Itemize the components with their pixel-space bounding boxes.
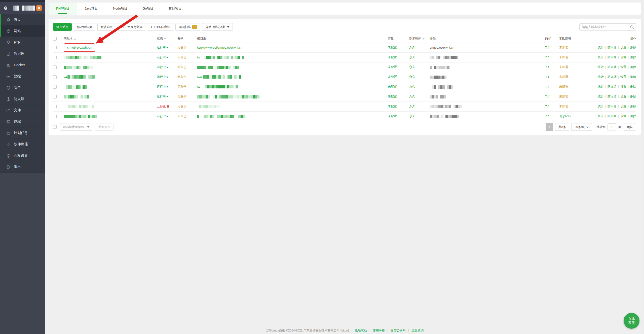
column-header-10[interactable]: 操作 [589, 35, 636, 43]
php-version[interactable]: 7.4 [545, 65, 549, 69]
ssl-status[interactable]: 剩余69天 [559, 114, 572, 118]
php-version[interactable]: 7.4 [545, 75, 549, 79]
expire-value[interactable]: 永久 [409, 114, 415, 118]
firewall-link[interactable]: 防火墙 [608, 65, 617, 69]
settings-link[interactable]: 设置 [620, 95, 626, 98]
row-checkbox[interactable] [53, 95, 57, 98]
column-header-3[interactable]: 备份 [177, 35, 197, 43]
ssl-status[interactable]: 未部署 [559, 75, 568, 79]
modify-default-page-button[interactable]: 修改默认页 [74, 23, 95, 31]
ssl-status[interactable]: 未部署 [559, 65, 568, 69]
sidebar-item-ftp[interactable]: FTP [0, 37, 45, 48]
backup-status[interactable]: 无备份 [177, 55, 186, 59]
quota-value[interactable]: 未配置 [388, 105, 397, 108]
column-header-6[interactable]: 到期时间 [409, 35, 430, 43]
expire-value[interactable]: 永久 [409, 105, 415, 108]
message-count-badge[interactable]: 0 [36, 5, 42, 11]
default-site-button[interactable]: 默认站点 [97, 23, 116, 31]
expire-value[interactable]: 永久 [409, 75, 415, 79]
column-header-2[interactable]: 状态 [157, 35, 177, 43]
sidebar-item-security[interactable]: 安全 [0, 82, 45, 93]
sidebar-item-database[interactable]: 数据库 [0, 48, 45, 59]
sort-desc-icon[interactable] [164, 38, 166, 40]
row-checkbox[interactable] [53, 115, 57, 118]
header-checkbox[interactable] [53, 37, 57, 41]
ssl-status[interactable]: 未部署 [559, 85, 568, 88]
stats-link[interactable]: 统计 [598, 55, 604, 59]
quota-value[interactable]: 未配置 [388, 55, 397, 59]
quota-value[interactable]: 未配置 [388, 85, 397, 88]
quota-value[interactable]: 未配置 [388, 114, 397, 118]
add-site-button[interactable]: 添加站点 [53, 23, 72, 31]
expire-value[interactable]: 永久 [409, 95, 415, 98]
footer-link-4[interactable]: 正版查询 [411, 329, 424, 332]
firewall-link[interactable]: 防火墙 [608, 46, 617, 49]
backup-status[interactable]: 无备份 [177, 105, 186, 108]
sidebar-item-files[interactable]: 文件 [0, 105, 45, 116]
batch-action-select[interactable]: 请选择批量操作 [60, 123, 92, 131]
tab-php-projects[interactable]: PHP项目 [49, 3, 77, 15]
ssl-status[interactable]: 未部署 [559, 105, 568, 108]
footer-link-3[interactable]: 微信公众号 [391, 329, 406, 332]
category-filter-button[interactable]: 分类: 默认分类 [202, 23, 233, 31]
tab-node-projects[interactable]: Node项目 [105, 3, 135, 15]
firewall-link[interactable]: 防火墙 [608, 95, 617, 98]
search-icon[interactable] [630, 25, 634, 29]
delete-link[interactable]: 删除 [630, 46, 636, 49]
ssl-status[interactable]: 未部署 [559, 55, 568, 59]
batch-action-button[interactable]: 批量操作 [95, 123, 113, 131]
expire-value[interactable]: 永久 [409, 55, 415, 59]
stats-link[interactable]: 统计 [598, 95, 604, 98]
page-scrollbar[interactable] [641, 0, 644, 334]
backup-status[interactable]: 无备份 [177, 114, 186, 118]
https-anti-leech-button[interactable]: HTTPS防窜站 [148, 23, 173, 31]
php-cli-version-button[interactable]: PHP命令行版本 [118, 23, 146, 31]
delete-link[interactable]: 删除 [630, 75, 636, 79]
backup-status[interactable]: 无备份 [177, 95, 186, 98]
backup-status[interactable]: 无备份 [177, 65, 186, 69]
row-checkbox[interactable] [53, 85, 57, 89]
root-dir-link[interactable]: /www/wwwroot/crmeb.evoxwht.cn [197, 46, 242, 49]
quota-value[interactable]: 未配置 [388, 75, 397, 79]
confirm-button[interactable]: 确认 [624, 123, 636, 131]
quota-value[interactable]: 未配置 [388, 46, 397, 49]
sidebar-item-terminal[interactable]: 终端 [0, 116, 45, 127]
expire-value[interactable]: 永久 [409, 46, 415, 49]
backup-status[interactable]: 无备份 [177, 46, 186, 49]
column-header-4[interactable]: 根目录 [197, 35, 388, 43]
backup-status[interactable]: 无备份 [177, 85, 186, 88]
ssl-status[interactable]: 未部署 [559, 95, 568, 98]
column-header-8[interactable]: PHP [545, 35, 559, 43]
search-input[interactable] [579, 23, 636, 31]
stats-link[interactable]: 统计 [598, 114, 604, 118]
firewall-link[interactable]: 防火墙 [608, 114, 617, 118]
stats-link[interactable]: 统计 [598, 46, 604, 49]
per-page-select[interactable]: 20条/页 [571, 123, 592, 131]
sort-asc-icon[interactable] [74, 38, 76, 40]
stats-link[interactable]: 统计 [598, 75, 604, 79]
delete-link[interactable]: 删除 [630, 85, 636, 88]
column-header-1[interactable]: 网站名 [64, 35, 157, 43]
sidebar-item-settings[interactable]: 面板设置 [0, 150, 45, 161]
row-checkbox[interactable] [53, 56, 57, 59]
php-version[interactable]: 7.4 [545, 46, 549, 49]
expire-value[interactable]: 永久 [409, 65, 415, 69]
firewall-link[interactable]: 防火墙 [608, 55, 617, 59]
stats-link[interactable]: 统计 [598, 85, 604, 88]
sidebar-item-website[interactable]: 网站 [0, 25, 45, 37]
delete-link[interactable]: 删除 [630, 55, 636, 59]
column-header-7[interactable]: 备注 [430, 35, 545, 43]
row-checkbox[interactable] [53, 75, 57, 79]
backup-status[interactable]: 无备份 [177, 75, 186, 79]
jump-page-input[interactable] [608, 123, 616, 130]
php-version[interactable]: 7.4 [545, 105, 549, 108]
row-checkbox[interactable] [53, 105, 57, 108]
sidebar-item-docker[interactable]: Docker [0, 59, 45, 71]
site-name-link[interactable]: crmeb.evoxwht.cn [67, 46, 92, 49]
tab-java-projects[interactable]: Java项目 [77, 3, 105, 15]
select-all-checkbox[interactable] [53, 125, 57, 129]
firewall-link[interactable]: 防火墙 [608, 75, 617, 79]
ssl-status[interactable]: 未部署 [559, 46, 568, 49]
expire-value[interactable]: 永久 [409, 85, 415, 88]
tab-other-projects[interactable]: 其他项目 [161, 3, 189, 15]
